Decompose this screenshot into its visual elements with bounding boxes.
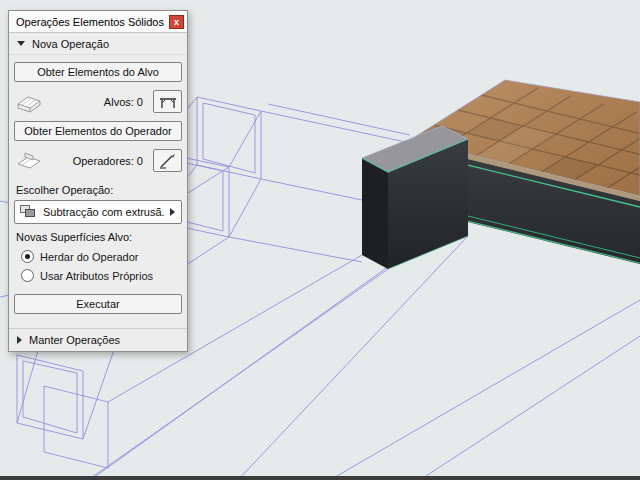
operation-value: Subtracção com extrusã... xyxy=(43,206,164,218)
section-nova-label: Nova Operação xyxy=(32,38,109,50)
pen-arrow-icon xyxy=(158,153,178,169)
app-window: Operações Elementos Sólidos x Nova Opera… xyxy=(0,0,640,480)
window-bottom-edge xyxy=(0,476,640,480)
collapse-collapsed-icon xyxy=(17,336,22,344)
collapse-expanded-icon xyxy=(17,41,25,46)
get-target-elements-button[interactable]: Obter Elementos do Alvo xyxy=(14,62,182,82)
radio-inherit-operator[interactable]: Herdar do Operador xyxy=(21,247,182,266)
radio-checked-icon xyxy=(21,250,34,263)
target-pick-button[interactable] xyxy=(153,90,182,113)
palette-title: Operações Elementos Sólidos xyxy=(16,16,169,28)
section-header-manter-operacoes[interactable]: Manter Operações xyxy=(9,328,187,351)
dropdown-arrow-icon xyxy=(170,208,175,216)
radio-inherit-label: Herdar do Operador xyxy=(40,251,138,263)
solid-operations-palette: Operações Elementos Sólidos x Nova Opera… xyxy=(8,10,188,352)
new-surfaces-label: Novas Superfícies Alvo: xyxy=(16,231,180,243)
get-operator-elements-button[interactable]: Obter Elementos do Operador xyxy=(14,121,182,141)
targets-row: Alvos: 0 xyxy=(14,85,182,118)
table-icon xyxy=(158,94,178,110)
close-button[interactable]: x xyxy=(169,15,184,29)
operation-dropdown[interactable]: Subtracção com extrusã... xyxy=(14,200,182,224)
section-manter-label: Manter Operações xyxy=(29,334,120,346)
subtraction-icon xyxy=(19,203,37,221)
palette-titlebar[interactable]: Operações Elementos Sólidos x xyxy=(9,11,187,33)
radio-own-attributes[interactable]: Usar Atributos Próprios xyxy=(21,266,182,285)
operator-pick-button[interactable] xyxy=(153,149,182,172)
radio-own-label: Usar Atributos Próprios xyxy=(40,270,153,282)
targets-count: Alvos: 0 xyxy=(104,96,153,108)
operator-slab-icon xyxy=(14,150,44,172)
nova-operacao-body: Obter Elementos do Alvo Alvos: 0 xyxy=(9,55,187,325)
operators-count: Operadores: 0 xyxy=(73,155,153,167)
target-slab-icon xyxy=(14,91,44,113)
radio-unchecked-icon xyxy=(21,269,34,282)
execute-button[interactable]: Executar xyxy=(14,294,182,314)
operators-row: Operadores: 0 xyxy=(14,144,182,177)
section-header-nova-operacao[interactable]: Nova Operação xyxy=(9,33,187,55)
choose-operation-label: Escolher Operação: xyxy=(16,184,180,196)
